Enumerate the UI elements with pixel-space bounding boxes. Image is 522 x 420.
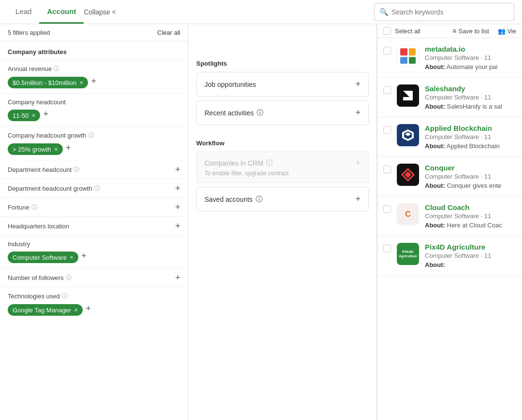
remove-industry-tag[interactable]: × <box>70 253 73 261</box>
filter-label-headcount: Company headcount <box>8 98 66 106</box>
info-icon-headcount-growth: ⓘ <box>88 131 94 140</box>
add-followers-filter[interactable]: + <box>175 273 180 282</box>
result-checkbox-saleshandy[interactable] <box>383 86 391 94</box>
filter-annual-revenue: Annual revenue ⓘ $0.5million - $10millio… <box>0 59 188 93</box>
info-icon-dept-headcount: ⓘ <box>73 166 79 174</box>
result-meta-conquer: Computer Software · 11 <box>425 173 516 180</box>
search-input[interactable] <box>392 8 509 16</box>
workflow-upgrade-text: To enable filter, upgrade contract <box>204 170 361 177</box>
svg-rect-1 <box>403 97 413 100</box>
result-info-applied-blockchain: Applied Blockchain Computer Software · 1… <box>425 124 516 150</box>
result-about-cloud-coach: About: Here at Cloud Coac <box>425 222 516 229</box>
workflow-crm: Companies in CRM ⓘ + To enable filter, u… <box>196 152 369 183</box>
result-name-conquer[interactable]: Conquer <box>425 164 516 172</box>
add-dept-headcount-filter[interactable]: + <box>175 165 180 174</box>
result-name-saleshandy[interactable]: Saleshandy <box>425 84 516 93</box>
filter-industry: Industry Computer Software × + <box>0 235 188 268</box>
result-name-metadata[interactable]: metadata.io <box>425 45 516 53</box>
filter-hq-location: Headquarters location + <box>0 216 188 235</box>
result-meta-pix4d: Computer Software · 11 <box>425 252 516 259</box>
filter-fortune: Fortune ⓘ + <box>0 197 188 216</box>
add-headcount-growth-filter[interactable]: + <box>66 143 71 155</box>
view-button[interactable]: 👥 Vie <box>498 28 516 35</box>
info-icon-crm: ⓘ <box>266 159 273 168</box>
svg-marker-6 <box>405 171 411 178</box>
spotlights-panel: Spotlights Job opportunities + Recent ac… <box>188 24 377 420</box>
collapse-button[interactable]: Collapse < <box>84 8 116 16</box>
info-icon-saved: ⓘ <box>256 195 262 204</box>
view-label: Vie <box>507 28 516 35</box>
result-item-pix4d: PIX4D Agriculture Pix4D Agriculture Comp… <box>377 236 522 276</box>
search-bar[interactable]: 🔍 <box>374 3 514 21</box>
add-revenue-filter[interactable]: + <box>91 77 96 88</box>
result-name-cloud-coach[interactable]: Cloud Coach <box>425 203 516 211</box>
spotlight-recent-add[interactable]: + <box>355 108 361 118</box>
result-meta-applied-blockchain: Computer Software · 11 <box>425 133 516 140</box>
result-checkbox-conquer[interactable] <box>383 166 391 173</box>
filter-headcount-growth: Company headcount growth ⓘ > 25% growth … <box>0 126 188 160</box>
result-item-cloud-coach: C Cloud Coach Computer Software · 11 Abo… <box>377 196 522 236</box>
remove-headcount-growth-tag[interactable]: × <box>54 145 58 153</box>
filter-followers: Number of followers ⓘ + <box>0 268 188 287</box>
result-info-saleshandy: Saleshandy Computer Software · 11 About:… <box>425 84 516 110</box>
workflow-saved-label: Saved accounts ⓘ <box>204 195 262 204</box>
logo-conquer <box>397 164 419 186</box>
result-about-pix4d: About: <box>425 261 516 268</box>
filter-tag-headcount[interactable]: 11-50 × <box>8 110 40 121</box>
result-info-conquer: Conquer Computer Software · 11 About: Co… <box>425 164 516 189</box>
result-name-pix4d[interactable]: Pix4D Agriculture <box>425 243 516 251</box>
search-icon: 🔍 <box>379 8 389 16</box>
filter-label-fortune: Fortune ⓘ <box>8 203 37 211</box>
result-checkbox-pix4d[interactable] <box>383 245 391 252</box>
tab-lead[interactable]: Lead <box>8 0 39 24</box>
spotlight-job-opp-label: Job opportunities <box>204 81 256 88</box>
add-headcount-filter[interactable]: + <box>43 110 48 121</box>
result-checkbox-applied-blockchain[interactable] <box>383 126 391 134</box>
workflow-saved-add[interactable]: + <box>355 194 361 204</box>
result-about-conquer: About: Conquer gives ente <box>425 182 516 189</box>
result-name-applied-blockchain[interactable]: Applied Blockchain <box>425 124 516 132</box>
workflow-saved-accounts[interactable]: Saved accounts ⓘ + <box>196 187 369 211</box>
add-technologies-filter[interactable]: + <box>86 304 91 316</box>
svg-text:C: C <box>405 210 411 218</box>
result-item-metadata: metadata.io Computer Software · 11 About… <box>377 38 522 78</box>
filter-tag-industry[interactable]: Computer Software × <box>8 252 78 263</box>
logo-saleshandy <box>397 84 419 107</box>
filter-technologies: Technologies used ⓘ Google Tag Manager ×… <box>0 287 188 321</box>
add-hq-location-filter[interactable]: + <box>175 222 180 230</box>
logo-metadata <box>397 45 419 67</box>
result-checkbox-metadata[interactable] <box>383 47 391 55</box>
tab-account[interactable]: Account <box>39 0 84 24</box>
filter-label-headcount-growth: Company headcount growth ⓘ <box>8 131 94 140</box>
logo-cloud-coach: C <box>397 203 419 225</box>
info-icon-fortune: ⓘ <box>31 203 37 211</box>
filter-tag-headcount-growth[interactable]: > 25% growth × <box>8 143 63 155</box>
spotlight-job-opportunities[interactable]: Job opportunities + <box>196 72 369 97</box>
filter-dept-headcount-growth: Department headcount growth ⓘ + <box>0 179 188 197</box>
filter-label-followers: Number of followers ⓘ <box>8 274 72 282</box>
filter-tag-technologies[interactable]: Google Tag Manager × <box>8 304 83 316</box>
remove-headcount-tag[interactable]: × <box>31 112 35 119</box>
remove-technologies-tag[interactable]: × <box>74 306 78 314</box>
add-dept-headcount-growth-filter[interactable]: + <box>175 184 180 193</box>
add-fortune-filter[interactable]: + <box>175 203 180 211</box>
workflow-section: Workflow Companies in CRM ⓘ + To enable … <box>188 133 377 219</box>
filter-tag-revenue[interactable]: $0.5million - $10million × <box>8 77 88 88</box>
filter-panel: 5 filters applied Clear all Company attr… <box>0 24 188 420</box>
spotlight-recent-activities[interactable]: Recent activities ⓘ + <box>196 100 369 125</box>
clear-all-button[interactable]: Clear all <box>157 29 180 36</box>
result-item-saleshandy: Saleshandy Computer Software · 11 About:… <box>377 78 522 117</box>
spotlights-section: Spotlights Job opportunities + Recent ac… <box>188 53 377 133</box>
workflow-crm-label: Companies in CRM ⓘ <box>204 159 273 168</box>
add-industry-filter[interactable]: + <box>81 252 87 263</box>
company-attributes-title: Company attributes <box>0 42 188 59</box>
result-checkbox-cloud-coach[interactable] <box>383 205 391 213</box>
spotlight-job-opp-add[interactable]: + <box>355 79 361 89</box>
info-icon-recent: ⓘ <box>257 109 263 117</box>
remove-revenue-tag[interactable]: × <box>79 79 83 86</box>
top-nav: Lead Account Collapse < 🔍 <box>0 0 522 24</box>
result-item-applied-blockchain: Applied Blockchain Computer Software · 1… <box>377 117 522 157</box>
save-to-list-button[interactable]: ≡ Save to list <box>452 27 489 35</box>
select-all-checkbox[interactable] <box>383 27 391 35</box>
result-about-saleshandy: About: SalesHandy is a sal <box>425 103 516 110</box>
